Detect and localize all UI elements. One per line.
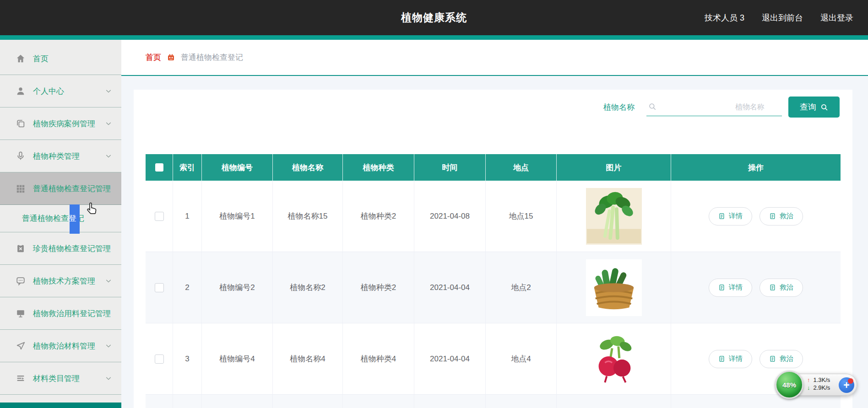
chevron-down-icon [105, 87, 112, 95]
cell-plant-type: 植物种类4 [343, 323, 414, 395]
logout-link[interactable]: 退出登录 [820, 12, 853, 23]
plant-image-beets [586, 331, 642, 387]
plant-image-cucumbers-basket [586, 259, 642, 316]
net-speed-widget: 48% ↑ 1.3K/s ↓ 2.9K/s + [778, 374, 857, 396]
sidebar-item-label: 植物技术方案管理 [33, 276, 95, 286]
sidebar-item-label: 材料类目管理 [33, 373, 80, 384]
cell-plant-type: 植物种类2 [343, 252, 414, 323]
cell-plant-no: 植物编号1 [202, 181, 273, 252]
top-header: 植物健康系统 技术人员 3 退出到前台 退出登录 [0, 0, 868, 35]
user-icon [16, 86, 26, 96]
row-actions: 详情 救治 [709, 279, 803, 297]
cell-plant-no: 植物编号2 [202, 252, 273, 323]
cell-time: 2021-04-08 [414, 181, 486, 252]
row-checkbox[interactable] [155, 212, 164, 221]
sidebar-item-label: 珍贵植物检查登记管理 [33, 243, 111, 254]
search-icon [648, 102, 656, 111]
microphone-icon [16, 151, 26, 161]
sidebar-item-plant-types[interactable]: 植物种类管理 [0, 140, 121, 172]
sidebar-item-rescue-materials-mgmt[interactable]: 植物救治材料管理 [0, 330, 121, 362]
accent-strip [0, 35, 868, 40]
chevron-down-icon [105, 375, 112, 382]
sidebar-item-label: 个人中心 [33, 86, 64, 97]
rescue-button-label: 救治 [780, 354, 793, 363]
rescue-button-label: 救治 [780, 212, 793, 220]
sidebar-item-tech-plan-mgmt[interactable]: 植物技术方案管理 [0, 265, 121, 297]
detail-button[interactable]: 详情 [709, 350, 752, 368]
sidebar-item-home[interactable]: 首页 [0, 43, 121, 75]
row-checkbox[interactable] [155, 283, 164, 292]
header-select-all [146, 154, 173, 181]
notification-dot [848, 378, 853, 384]
sidebar-item-label: 植物救治用料登记管理 [33, 308, 111, 319]
sidebar-subitem-common-plant-check[interactable]: 普通植物检查登记 [0, 205, 121, 232]
sidebar-item-common-plant-check-mgmt[interactable]: 普通植物检查登记管理 [0, 172, 121, 205]
subitem-label-selected: 登 [69, 213, 76, 224]
chevron-down-icon [105, 277, 112, 285]
table-row: 1 植物编号1 植物名称15 植物种类2 2021-04-08 地点15 [146, 181, 841, 252]
cell-plant-name: 植物名称2 [273, 252, 343, 323]
header-plant-name: 植物名称 [273, 154, 343, 181]
plant-name-search-input[interactable] [646, 98, 782, 116]
cell-time: 2021-04-04 [414, 252, 486, 323]
send-icon [16, 341, 26, 351]
rescue-button[interactable]: 救治 [760, 279, 803, 297]
monitor-icon [16, 308, 26, 318]
header-actions: 操作 [671, 154, 841, 181]
header-user-link[interactable]: 技术人员 3 [705, 12, 744, 23]
sidebar-item-label: 首页 [33, 54, 49, 64]
row-checkbox[interactable] [155, 354, 164, 364]
cell-plant-type: 植物种类2 [343, 181, 414, 252]
exit-to-front-link[interactable]: 退出到前台 [762, 12, 803, 23]
cell-plant-name: 植物名称15 [273, 181, 343, 252]
add-button[interactable]: + [839, 377, 854, 393]
table-row-partial [146, 395, 841, 408]
list-icon [16, 373, 26, 383]
content-card: 植物名称 查询 索引 [134, 90, 852, 408]
detail-button[interactable]: 详情 [709, 207, 752, 225]
sidebar-item-material-category-mgmt[interactable]: 材料类目管理 [0, 362, 121, 395]
breadcrumb-separator-icon [167, 54, 175, 61]
net-speeds: ↑ 1.3K/s ↓ 2.9K/s [807, 376, 830, 391]
sidebar-item-disease-cases[interactable]: 植物疾病案例管理 [0, 107, 121, 140]
rescue-button-label: 救治 [780, 283, 793, 292]
cell-plant-name: 植物名称4 [273, 323, 343, 395]
detail-button-label: 详情 [729, 212, 743, 220]
table-header-row: 索引 植物编号 植物名称 植物种类 时间 地点 图片 操作 [146, 154, 841, 181]
home-icon [16, 54, 26, 64]
cell-index: 1 [173, 181, 202, 252]
sidebar-item-personal-center[interactable]: 个人中心 [0, 75, 121, 107]
sidebar: 首页 个人中心 植物疾病案例管理 植物种类管理 [0, 40, 121, 408]
search-box [646, 98, 782, 116]
table-row: 2 植物编号2 植物名称2 植物种类2 2021-04-04 地点2 [146, 252, 841, 323]
plant-health-system-page: 植物健康系统 技术人员 3 退出到前台 退出登录 首页 个人中心 [0, 0, 868, 408]
progress-badge[interactable]: 48% [775, 370, 803, 399]
search-icon [820, 103, 828, 111]
upload-arrow-icon: ↑ [807, 376, 810, 383]
cell-plant-no: 植物编号4 [202, 323, 273, 395]
chevron-down-icon [105, 152, 112, 160]
sidebar-item-rescue-material-register-mgmt[interactable]: 植物救治用料登记管理 [0, 297, 121, 330]
detail-button[interactable]: 详情 [709, 279, 752, 297]
sidebar-item-label: 植物种类管理 [33, 151, 80, 161]
select-all-checkbox[interactable] [155, 163, 163, 172]
cell-time: 2021-04-04 [414, 323, 486, 395]
copy-icon [16, 118, 26, 129]
breadcrumb-home-link[interactable]: 首页 [146, 52, 161, 63]
hand-cursor-icon [85, 202, 100, 216]
download-speed: 2.9K/s [814, 384, 830, 391]
rescue-button[interactable]: 救治 [760, 350, 803, 368]
subitem-label-pre: 普通植物检查 [22, 213, 69, 224]
sidebar-item-precious-plant-check-mgmt[interactable]: 珍贵植物检查登记管理 [0, 232, 121, 265]
query-button[interactable]: 查询 [788, 97, 840, 118]
header-location: 地点 [486, 154, 557, 181]
row-actions: 详情 救治 [709, 350, 803, 368]
plants-table: 索引 植物编号 植物名称 植物种类 时间 地点 图片 操作 1 植物编号1 植物… [146, 154, 841, 408]
cell-location: 地点2 [486, 252, 557, 323]
rescue-button[interactable]: 救治 [760, 207, 803, 225]
cell-index: 3 [173, 323, 202, 395]
header-plant-type: 植物种类 [343, 154, 414, 181]
cell-index: 2 [173, 252, 202, 323]
detail-button-label: 详情 [729, 354, 743, 363]
sidebar-item-label: 植物疾病案例管理 [33, 118, 95, 129]
